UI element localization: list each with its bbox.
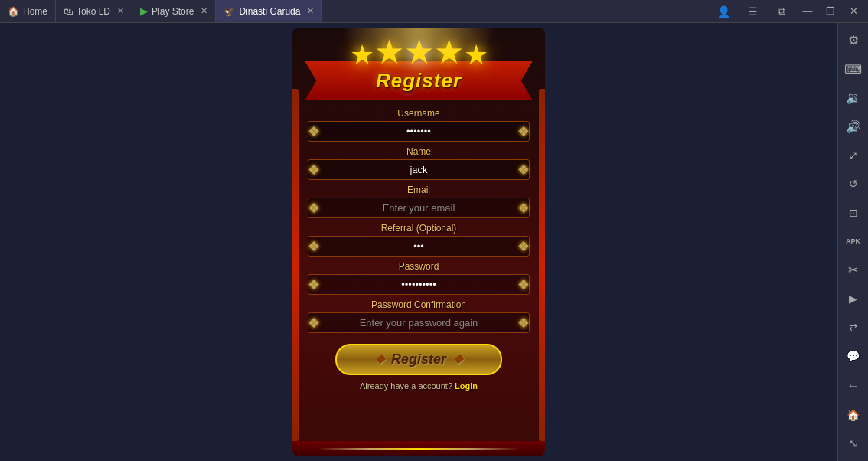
tab-toko-label: Toko LD: [77, 6, 110, 17]
password-confirm-deco-right: ❖: [517, 315, 530, 332]
register-title: Register: [321, 69, 517, 93]
right-sidebar: ⚙ ⌨ 🔉 🔊 ⤢ ↺ ⊡ APK ✂ ▶ ⇄ 💬 ← 🏠 ⤡: [837, 23, 868, 461]
password-deco-right: ❖: [517, 276, 530, 293]
expand-icon[interactable]: ⤢: [840, 142, 867, 168]
username-input[interactable]: [308, 121, 530, 142]
password-wrapper: ❖ ❖: [308, 274, 530, 295]
tab-dinasti-close[interactable]: ✕: [307, 6, 314, 16]
star-2: ★: [374, 35, 404, 69]
email-group: Email ❖ ❖: [308, 185, 530, 218]
screenshot-icon[interactable]: ⊡: [840, 199, 867, 226]
tab-playstore-close[interactable]: ✕: [201, 6, 207, 16]
star-5: ★: [464, 41, 488, 69]
name-deco-left: ❖: [308, 162, 320, 178]
password-confirm-label: Password Confirmation: [308, 299, 530, 310]
volume-down-icon[interactable]: 🔉: [840, 84, 867, 111]
register-button[interactable]: ❖ Register ❖: [335, 344, 502, 375]
apk-icon[interactable]: APK: [840, 227, 867, 254]
email-input[interactable]: [308, 198, 530, 218]
password-deco-left: ❖: [308, 276, 320, 293]
main-area: ★ ★ ★ ★ ★ Register Username ❖: [0, 23, 868, 461]
password-input[interactable]: [308, 274, 530, 295]
panel-border-right: [539, 89, 545, 441]
maximize-button[interactable]: ❐: [820, 2, 841, 21]
username-deco-left: ❖: [308, 123, 320, 140]
btn-deco-right: ❖: [452, 352, 463, 367]
register-button-label: Register: [391, 351, 446, 368]
home-icon: 🏠: [8, 6, 19, 17]
scissors-icon[interactable]: ✂: [840, 257, 867, 283]
pip-icon[interactable]: ⧉: [768, 0, 795, 25]
tab-playstore-label: Play Store: [152, 6, 194, 17]
email-deco-right: ❖: [517, 200, 530, 217]
name-group: Name ❖ ❖: [308, 146, 530, 180]
panel-border-left: [292, 89, 299, 441]
name-input[interactable]: [308, 159, 530, 180]
email-deco-left: ❖: [308, 200, 320, 217]
email-label: Email: [308, 185, 530, 195]
rotate-icon[interactable]: ↺: [840, 170, 867, 197]
keyboard-icon[interactable]: ⌨: [840, 55, 867, 82]
register-panel: ★ ★ ★ ★ ★ Register Username ❖: [292, 28, 545, 456]
tab-home-label: Home: [23, 6, 47, 17]
tab-dinasti[interactable]: 🦅 Dinasti Garuda ✕: [216, 0, 322, 22]
bottom-deco: [292, 441, 545, 456]
menu-icon[interactable]: ☰: [739, 0, 766, 25]
back-icon[interactable]: ←: [840, 373, 867, 400]
referral-deco-right: ❖: [517, 238, 530, 255]
volume-up-icon[interactable]: 🔊: [840, 113, 867, 139]
username-deco-right: ❖: [517, 123, 530, 140]
tab-toko[interactable]: 🛍 Toko LD ✕: [56, 0, 132, 22]
username-label: Username: [308, 108, 530, 119]
accounts-icon[interactable]: 👤: [710, 0, 737, 25]
playstore-icon: ▶: [140, 5, 148, 17]
bottom-deco-line: [318, 448, 520, 450]
referral-group: Referral (Optional) ❖ ❖: [308, 223, 530, 257]
referral-label: Referral (Optional): [308, 223, 530, 234]
password-label: Password: [308, 261, 530, 272]
tab-playstore[interactable]: ▶ Play Store ✕: [132, 0, 216, 22]
password-group: Password ❖ ❖: [308, 261, 530, 295]
name-wrapper: ❖ ❖: [308, 159, 530, 180]
toko-icon: 🛍: [64, 6, 73, 17]
sync-icon[interactable]: ⇄: [840, 314, 867, 341]
resize-icon[interactable]: ⤡: [840, 430, 867, 457]
tab-home[interactable]: 🏠 Home: [0, 0, 56, 22]
dinasti-icon: 🦅: [224, 6, 235, 17]
content-area: ★ ★ ★ ★ ★ Register Username ❖: [0, 23, 837, 461]
chat-icon[interactable]: 💬: [840, 342, 867, 369]
star-1: ★: [350, 41, 374, 69]
password-confirm-wrapper: ❖ ❖: [308, 312, 530, 333]
username-group: Username ❖ ❖: [308, 108, 530, 142]
titlebar: 🏠 Home 🛍 Toko LD ✕ ▶ Play Store ✕ 🦅 Dina…: [0, 0, 868, 23]
form-area: Username ❖ ❖ Name ❖ ❖: [292, 108, 545, 441]
home-sidebar-icon[interactable]: 🏠: [840, 401, 867, 428]
star-3: ★: [404, 35, 434, 69]
stars-area: ★ ★ ★ ★ ★: [292, 28, 545, 69]
name-label: Name: [308, 146, 530, 157]
close-button[interactable]: ✕: [843, 2, 864, 21]
tab-dinasti-label: Dinasti Garuda: [239, 6, 300, 17]
minimize-button[interactable]: —: [797, 2, 818, 21]
btn-deco-left: ❖: [374, 352, 385, 367]
login-prompt: Already have a account? Login: [360, 381, 478, 391]
referral-input[interactable]: [308, 236, 530, 257]
tab-toko-close[interactable]: ✕: [117, 6, 124, 16]
referral-wrapper: ❖ ❖: [308, 236, 530, 257]
settings-icon[interactable]: ⚙: [840, 27, 867, 54]
name-deco-right: ❖: [517, 162, 530, 178]
username-wrapper: ❖ ❖: [308, 121, 530, 142]
password-confirm-group: Password Confirmation ❖ ❖: [308, 299, 530, 333]
window-controls: 👤 ☰ ⧉ — ❐ ✕: [710, 0, 868, 25]
referral-deco-left: ❖: [308, 238, 320, 255]
password-confirm-deco-left: ❖: [308, 315, 320, 332]
password-confirm-input[interactable]: [308, 312, 530, 333]
email-wrapper: ❖ ❖: [308, 198, 530, 218]
login-link[interactable]: Login: [455, 381, 478, 391]
login-prompt-text: Already have a account?: [360, 381, 452, 391]
star-4: ★: [434, 35, 464, 69]
video-icon[interactable]: ▶: [840, 285, 867, 312]
